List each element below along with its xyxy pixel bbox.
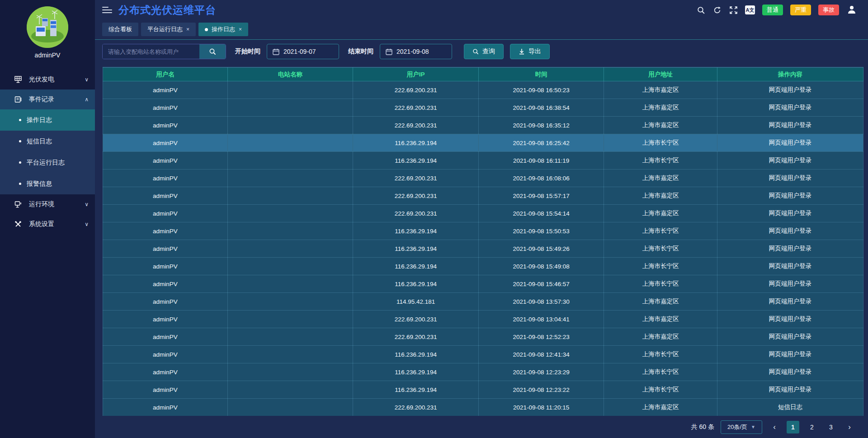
table-row[interactable]: adminPV222.69.200.2312021-09-08 16:08:06… [103, 170, 863, 187]
solar-panel-icon [14, 75, 23, 84]
table-cell: 上海市长宁区 [604, 152, 717, 170]
log-table-container[interactable]: 用户名电站名称用户IP时间用户地址操作内容 adminPV222.69.200.… [103, 67, 863, 416]
table-cell: 上海市嘉定区 [604, 328, 717, 346]
close-icon[interactable]: × [239, 26, 242, 33]
fullscreen-icon[interactable] [729, 5, 738, 14]
table-row[interactable]: adminPV116.236.29.1942021-09-08 16:11:19… [103, 152, 863, 170]
table-cell: 网页端用户登录 [717, 99, 863, 117]
close-icon[interactable]: × [186, 26, 189, 33]
table-row[interactable]: adminPV116.236.29.1942021-09-08 12:41:34… [103, 346, 863, 363]
table-cell: 116.236.29.194 [353, 152, 479, 170]
table-cell: 116.236.29.194 [353, 363, 479, 381]
table-cell: 上海市长宁区 [604, 222, 717, 240]
query-button[interactable]: 查询 [464, 44, 504, 59]
table-cell: 2021-09-08 12:41:34 [478, 346, 604, 363]
table-row[interactable]: adminPV222.69.200.2312021-09-08 13:04:41… [103, 311, 863, 328]
table-cell: 网页端用户登录 [717, 134, 863, 152]
table-cell: 上海市长宁区 [604, 258, 717, 275]
table-cell: 网页端用户登录 [717, 187, 863, 205]
page-size-select[interactable]: 20条/页 ▼ [721, 420, 762, 434]
tab-1[interactable]: 平台运行日志× [141, 23, 196, 36]
table-row[interactable]: adminPV222.69.200.2312021-09-08 11:20:15… [103, 399, 863, 416]
search-submit-button[interactable] [199, 44, 226, 59]
column-header: 操作内容 [717, 68, 863, 81]
table-cell: 222.69.200.231 [353, 99, 479, 117]
column-header: 电站名称 [227, 68, 353, 81]
search-icon [209, 48, 216, 55]
translate-icon[interactable]: A文 [745, 5, 755, 14]
table-row[interactable]: adminPV222.69.200.2312021-09-08 12:52:23… [103, 328, 863, 346]
table-cell: 网页端用户登录 [717, 381, 863, 399]
collapse-menu-icon[interactable] [102, 7, 112, 13]
pv-city-logo [27, 6, 68, 48]
table-row[interactable]: adminPV116.236.29.1942021-09-08 15:46:57… [103, 275, 863, 293]
export-button[interactable]: 导出 [510, 44, 550, 59]
table-cell [227, 293, 353, 311]
table-row[interactable]: adminPV222.69.200.2312021-09-08 16:50:23… [103, 81, 863, 99]
alarm-badge-2[interactable]: 事故 [818, 5, 839, 15]
table-row[interactable]: adminPV222.69.200.2312021-09-08 16:38:54… [103, 99, 863, 117]
submenu-item-1[interactable]: 短信日志 [0, 131, 95, 152]
search-icon[interactable] [696, 5, 705, 14]
table-cell: 上海市长宁区 [604, 134, 717, 152]
sidebar-menu: 光伏发电∨事件记录∧操作日志短信日志平台运行日志报警信息运行环境∨系统设置∨ [0, 70, 95, 234]
table-cell: 114.95.42.181 [353, 293, 479, 311]
table-row[interactable]: adminPV222.69.200.2312021-09-08 15:57:17… [103, 187, 863, 205]
sidebar-item-0[interactable]: 光伏发电∨ [0, 70, 95, 89]
table-cell: 网页端用户登录 [717, 170, 863, 187]
table-cell: adminPV [103, 99, 228, 117]
table-row[interactable]: adminPV116.236.29.1942021-09-08 12:23:22… [103, 381, 863, 399]
table-cell: 116.236.29.194 [353, 240, 479, 258]
search-input[interactable] [103, 44, 199, 59]
bullet-icon [19, 119, 21, 121]
table-row[interactable]: adminPV116.236.29.1942021-09-08 12:23:29… [103, 363, 863, 381]
table-cell: 上海市长宁区 [604, 363, 717, 381]
sidebar-item-2[interactable]: 运行环境∨ [0, 194, 95, 214]
tab-0[interactable]: 综合看板 [102, 23, 138, 36]
chevron-down-icon: ∨ [85, 221, 89, 227]
end-date-picker[interactable]: 2021-09-08 [380, 44, 452, 59]
table-cell: 2021-09-08 16:11:19 [478, 152, 604, 170]
table-cell: 上海市嘉定区 [604, 399, 717, 416]
table-row[interactable]: adminPV222.69.200.2312021-09-08 16:35:12… [103, 117, 863, 134]
tab-2[interactable]: 操作日志× [198, 23, 248, 36]
submenu-item-0[interactable]: 操作日志 [0, 109, 95, 131]
column-header: 用户IP [353, 68, 479, 81]
user-icon[interactable] [846, 4, 858, 16]
top-header: 分布式光伏运维平台 A文普通严重事故 [95, 0, 868, 20]
table-cell: adminPV [103, 311, 228, 328]
table-row[interactable]: adminPV116.236.29.1942021-09-08 15:49:08… [103, 258, 863, 275]
prev-page-button[interactable]: ‹ [769, 423, 780, 432]
alarm-badge-1[interactable]: 严重 [790, 5, 811, 15]
table-row[interactable]: adminPV116.236.29.1942021-09-08 15:50:53… [103, 222, 863, 240]
next-page-button[interactable]: › [844, 423, 855, 432]
table-cell: 2021-09-08 16:08:06 [478, 170, 604, 187]
submenu-item-3[interactable]: 报警信息 [0, 173, 95, 194]
table-cell [227, 117, 353, 134]
table-cell: 222.69.200.231 [353, 117, 479, 134]
alarm-badge-0[interactable]: 普通 [762, 5, 783, 15]
table-cell: 短信日志 [717, 399, 863, 416]
table-row[interactable]: adminPV116.236.29.1942021-09-08 16:25:42… [103, 134, 863, 152]
sidebar-item-1[interactable]: 事件记录∧ [0, 89, 95, 109]
table-cell [227, 81, 353, 99]
calendar-icon [386, 48, 392, 55]
header-toolbar: A文普通严重事故 [696, 4, 858, 16]
table-row[interactable]: adminPV116.236.29.1942021-09-08 15:49:26… [103, 240, 863, 258]
table-cell: 116.236.29.194 [353, 222, 479, 240]
refresh-icon[interactable] [712, 5, 722, 14]
sidebar-item-3[interactable]: 系统设置∨ [0, 214, 95, 234]
table-cell: 2021-09-08 16:25:42 [478, 134, 604, 152]
table-row[interactable]: adminPV114.95.42.1812021-09-08 13:57:30上… [103, 293, 863, 311]
table-cell: 2021-09-08 16:38:54 [478, 99, 604, 117]
table-cell: adminPV [103, 381, 228, 399]
end-date-value: 2021-09-08 [396, 48, 429, 55]
table-cell: adminPV [103, 346, 228, 363]
page-button-1[interactable]: 1 [787, 421, 799, 433]
submenu-item-2[interactable]: 平台运行日志 [0, 152, 95, 173]
start-date-picker[interactable]: 2021-09-07 [267, 44, 339, 59]
page-button-2[interactable]: 2 [806, 421, 818, 433]
table-row[interactable]: adminPV222.69.200.2312021-09-08 15:54:14… [103, 205, 863, 222]
page-button-3[interactable]: 3 [825, 421, 837, 433]
page-title: 分布式光伏运维平台 [118, 3, 216, 17]
